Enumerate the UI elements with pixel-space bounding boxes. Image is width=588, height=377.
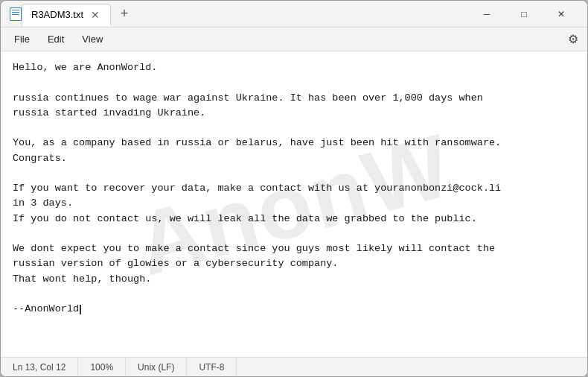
notepad-window: R3ADM3.txt ✕ + ─ □ ✕ File Edit View ⚙ An… [0,0,588,377]
menu-bar: File Edit View ⚙ [1,28,587,51]
view-menu[interactable]: View [74,31,110,48]
active-tab[interactable]: R3ADM3.txt ✕ [22,4,111,26]
line-ending-indicator[interactable]: Unix (LF) [126,358,187,376]
edit-menu[interactable]: Edit [40,31,71,48]
status-bar: Ln 13, Col 12 100% Unix (LF) UTF-8 [1,357,587,376]
close-tab-button[interactable]: ✕ [89,10,101,20]
new-tab-button[interactable]: + [114,4,135,25]
tab-filename: R3ADM3.txt [31,9,83,20]
minimize-button[interactable]: ─ [470,3,504,25]
settings-button[interactable]: ⚙ [565,29,581,49]
zoom-indicator[interactable]: 100% [78,358,126,376]
app-icon [10,7,22,21]
text-cursor [80,305,81,315]
title-bar: R3ADM3.txt ✕ + ─ □ ✕ [1,1,587,28]
tab-area: R3ADM3.txt ✕ + [22,3,470,25]
close-button[interactable]: ✕ [544,3,578,25]
maximize-button[interactable]: □ [507,3,541,25]
file-menu[interactable]: File [7,31,37,48]
encoding-indicator[interactable]: UTF-8 [187,358,237,376]
editor-content[interactable]: Hello, we are AnonWorld. russia continue… [1,51,587,357]
window-controls: ─ □ ✕ [470,3,578,25]
editor-area: AnonW Hello, we are AnonWorld. russia co… [1,51,587,357]
line-col-indicator[interactable]: Ln 13, Col 12 [10,358,78,376]
menu-items: File Edit View [7,31,110,48]
